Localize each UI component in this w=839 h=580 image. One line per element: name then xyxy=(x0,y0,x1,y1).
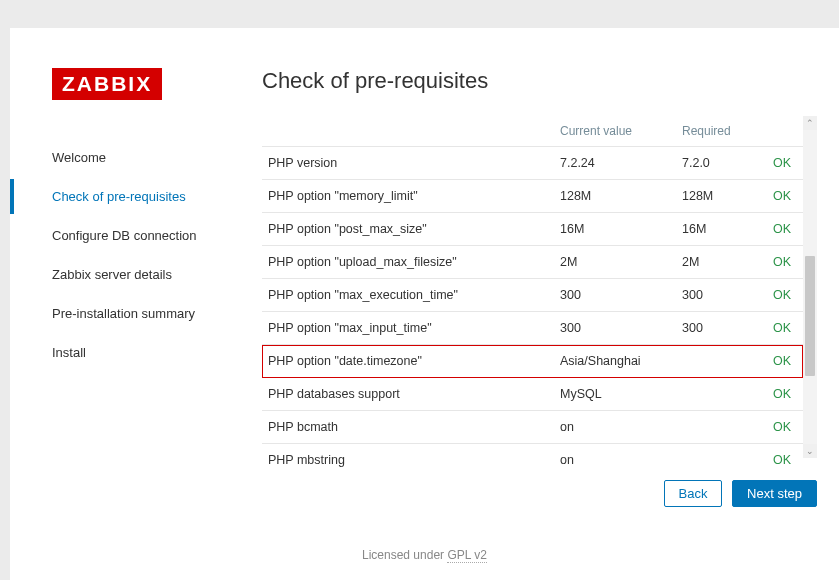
req-status: OK xyxy=(758,180,803,213)
req-status: OK xyxy=(758,312,803,345)
req-status: OK xyxy=(758,345,803,378)
col-current: Current value xyxy=(554,116,676,147)
col-status xyxy=(758,116,803,147)
req-name: PHP option "date.timezone" xyxy=(262,345,554,378)
req-current: 300 xyxy=(554,279,676,312)
sidebar-step-5[interactable]: Install xyxy=(52,339,262,366)
req-required xyxy=(676,444,758,477)
req-name: PHP version xyxy=(262,147,554,180)
req-name: PHP bcmath xyxy=(262,411,554,444)
req-current: 7.2.24 xyxy=(554,147,676,180)
req-required: 16M xyxy=(676,213,758,246)
col-required: Required xyxy=(676,116,758,147)
scroll-down-icon[interactable]: ⌄ xyxy=(803,444,817,458)
footer-text: Licensed under xyxy=(362,548,447,562)
sidebar-step-2[interactable]: Configure DB connection xyxy=(52,222,262,249)
sidebar: ZABBIX WelcomeCheck of pre-requisitesCon… xyxy=(52,68,262,580)
req-current: 300 xyxy=(554,312,676,345)
wizard-actions: Back Next step xyxy=(262,480,817,507)
requirements-table-wrap: Current value Required PHP version7.2.24… xyxy=(262,116,817,458)
brand-logo: ZABBIX xyxy=(52,68,162,100)
requirements-table: Current value Required PHP version7.2.24… xyxy=(262,116,803,476)
req-name: PHP option "upload_max_filesize" xyxy=(262,246,554,279)
req-status: OK xyxy=(758,213,803,246)
sidebar-step-3[interactable]: Zabbix server details xyxy=(52,261,262,288)
req-required: 300 xyxy=(676,312,758,345)
req-status: OK xyxy=(758,279,803,312)
req-required xyxy=(676,378,758,411)
container: ZABBIX WelcomeCheck of pre-requisitesCon… xyxy=(10,28,839,580)
table-row: PHP option "memory_limit"128M128MOK xyxy=(262,180,803,213)
req-current: 16M xyxy=(554,213,676,246)
req-name: PHP option "max_execution_time" xyxy=(262,279,554,312)
req-current: 2M xyxy=(554,246,676,279)
req-current: on xyxy=(554,444,676,477)
sidebar-step-0[interactable]: Welcome xyxy=(52,144,262,171)
table-row: PHP option "max_input_time"300300OK xyxy=(262,312,803,345)
step-nav: WelcomeCheck of pre-requisitesConfigure … xyxy=(52,144,262,366)
footer: Licensed under GPL v2 xyxy=(10,548,839,562)
table-row: PHP bcmathonOK xyxy=(262,411,803,444)
req-current: on xyxy=(554,411,676,444)
scroll-thumb[interactable] xyxy=(805,256,815,376)
back-button[interactable]: Back xyxy=(664,480,723,507)
license-link[interactable]: GPL v2 xyxy=(447,548,487,563)
scroll-up-icon[interactable]: ⌃ xyxy=(803,116,817,130)
table-row: PHP option "post_max_size"16M16MOK xyxy=(262,213,803,246)
req-status: OK xyxy=(758,147,803,180)
req-name: PHP mbstring xyxy=(262,444,554,477)
table-row: PHP option "max_execution_time"300300OK xyxy=(262,279,803,312)
main-panel: Check of pre-requisites Current value Re… xyxy=(262,68,839,580)
next-step-button[interactable]: Next step xyxy=(732,480,817,507)
req-status: OK xyxy=(758,246,803,279)
req-status: OK xyxy=(758,444,803,477)
req-required xyxy=(676,411,758,444)
col-name xyxy=(262,116,554,147)
req-status: OK xyxy=(758,411,803,444)
sidebar-step-1[interactable]: Check of pre-requisites xyxy=(52,183,262,210)
req-name: PHP option "memory_limit" xyxy=(262,180,554,213)
table-row: PHP databases supportMySQLOK xyxy=(262,378,803,411)
table-row: PHP version7.2.247.2.0OK xyxy=(262,147,803,180)
req-name: PHP option "max_input_time" xyxy=(262,312,554,345)
req-name: PHP databases support xyxy=(262,378,554,411)
req-current: 128M xyxy=(554,180,676,213)
scrollbar[interactable]: ⌃ ⌄ xyxy=(803,116,817,458)
req-status: OK xyxy=(758,378,803,411)
installer-page: ZABBIX WelcomeCheck of pre-requisitesCon… xyxy=(10,28,839,580)
req-required: 300 xyxy=(676,279,758,312)
req-current: MySQL xyxy=(554,378,676,411)
table-row: PHP option "upload_max_filesize"2M2MOK xyxy=(262,246,803,279)
req-name: PHP option "post_max_size" xyxy=(262,213,554,246)
req-required: 2M xyxy=(676,246,758,279)
req-required xyxy=(676,345,758,378)
req-current: Asia/Shanghai xyxy=(554,345,676,378)
page-title: Check of pre-requisites xyxy=(262,68,817,94)
sidebar-step-4[interactable]: Pre-installation summary xyxy=(52,300,262,327)
table-row: PHP mbstringonOK xyxy=(262,444,803,477)
table-row: PHP option "date.timezone"Asia/ShanghaiO… xyxy=(262,345,803,378)
req-required: 128M xyxy=(676,180,758,213)
req-required: 7.2.0 xyxy=(676,147,758,180)
